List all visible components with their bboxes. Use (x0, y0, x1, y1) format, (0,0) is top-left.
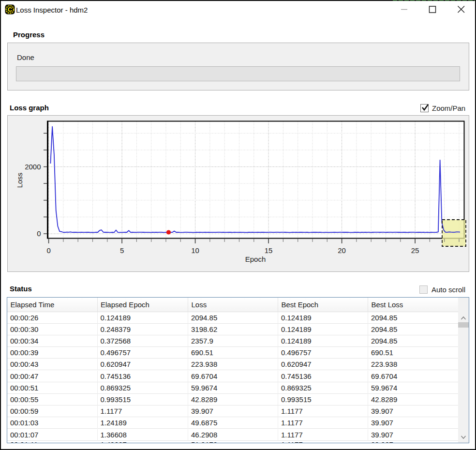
svg-text:15: 15 (265, 246, 273, 255)
svg-text:5: 5 (120, 246, 124, 255)
svg-text:25: 25 (411, 246, 419, 255)
svg-text:10: 10 (191, 246, 199, 255)
svg-text:20: 20 (338, 246, 346, 255)
svg-text:C: C (8, 6, 13, 13)
svg-text:0: 0 (37, 229, 41, 238)
svg-text:Loss: Loss (15, 173, 24, 188)
svg-text:Epoch: Epoch (245, 255, 266, 263)
svg-text:2000: 2000 (25, 163, 41, 171)
svg-text:0: 0 (46, 246, 50, 255)
